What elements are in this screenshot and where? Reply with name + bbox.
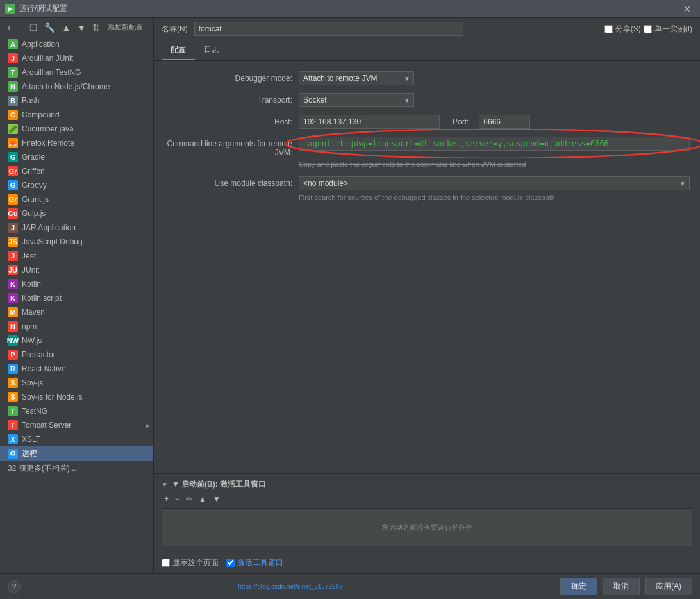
sidebar-toolbar: + − ❐ 🔧 ▲ ▼ ⇅ 添加新配置 bbox=[0, 18, 153, 37]
cmd-hint-container: Copy and paste the arguments to the comm… bbox=[299, 160, 690, 169]
testng-icon: T bbox=[8, 406, 18, 416]
sidebar-label-react-native: React Native bbox=[22, 364, 66, 373]
spy-js-node-icon: S bbox=[8, 392, 18, 402]
sidebar-item-tomcat-server[interactable]: T Tomcat Server ▶ bbox=[0, 418, 153, 432]
sidebar-item-griffon[interactable]: Gr Griffon bbox=[0, 164, 153, 178]
sidebar-item-maven[interactable]: M Maven bbox=[0, 305, 153, 319]
port-input[interactable] bbox=[479, 115, 530, 129]
tomcat-expand-arrow: ▶ bbox=[146, 422, 151, 429]
module-classpath-label: Use module classpath: bbox=[164, 179, 292, 188]
npm-icon: N bbox=[8, 321, 18, 332]
sidebar-item-gulp[interactable]: Gu Gulp.js bbox=[0, 207, 153, 221]
move-down-button[interactable]: ▼ bbox=[74, 21, 88, 34]
sidebar-label-spy-js-node: Spy-js for Node.js bbox=[22, 392, 83, 401]
sidebar-label-attach-nodejs: Attach to Node.js/Chrome bbox=[22, 82, 110, 91]
sidebar-item-jar-application[interactable]: J JAR Application bbox=[0, 221, 153, 235]
single-instance-label[interactable]: 单一实例(I) bbox=[654, 24, 692, 35]
before-launch-up-button[interactable]: ▲ bbox=[196, 494, 209, 504]
sidebar-label-kotlin-script: Kotlin script bbox=[22, 294, 62, 303]
close-button[interactable]: ✕ bbox=[679, 3, 695, 15]
cmd-args-input[interactable] bbox=[299, 137, 690, 151]
before-launch-section: ▼ ▼ 启动前(B): 激活工具窗口 + − ✏ ▲ ▼ 在启动之前没有要运行的… bbox=[154, 473, 700, 552]
module-classpath-select[interactable]: <no module> bbox=[299, 176, 690, 190]
before-launch-add-button[interactable]: + bbox=[162, 494, 171, 504]
sort-button[interactable]: ⇅ bbox=[90, 21, 103, 34]
footer-url: https://blog.csdn.net/sinat_21372989 bbox=[238, 583, 342, 590]
debugger-mode-select[interactable]: Attach to remote JVM bbox=[299, 71, 414, 85]
config-header: 名称(N) 分享(S) 单一实例(I) bbox=[154, 18, 700, 40]
apply-button[interactable]: 应用(A) bbox=[645, 578, 692, 595]
sidebar-label-js-debug: JavaScript Debug bbox=[22, 237, 83, 246]
before-launch-collapse-icon[interactable]: ▼ bbox=[162, 481, 168, 488]
share-label[interactable]: 分享(S) bbox=[615, 24, 641, 35]
module-select-wrapper: <no module> ▼ bbox=[299, 176, 690, 190]
ok-button[interactable]: 确定 bbox=[560, 578, 597, 595]
name-input[interactable] bbox=[194, 22, 463, 36]
sidebar-item-spy-js-node[interactable]: S Spy-js for Node.js bbox=[0, 390, 153, 404]
sidebar-item-kotlin[interactable]: K Kotlin bbox=[0, 277, 153, 291]
jest-icon: J bbox=[8, 251, 18, 261]
sidebar-item-attach-nodejs[interactable]: N Attach to Node.js/Chrome bbox=[0, 80, 153, 94]
window-icon: ▶ bbox=[5, 4, 15, 14]
move-up-button[interactable]: ▲ bbox=[59, 21, 73, 34]
sidebar-label-compound: Compound bbox=[22, 110, 60, 119]
sidebar-item-spy-js[interactable]: S Spy-js bbox=[0, 376, 153, 390]
sidebar-item-firefox-remote[interactable]: 🦊 Firefox Remote bbox=[0, 136, 153, 150]
sidebar-item-arquillian-testng[interactable]: T Arquillian TestNG bbox=[0, 65, 153, 80]
sidebar-item-jest[interactable]: J Jest bbox=[0, 249, 153, 263]
before-launch-remove-button[interactable]: − bbox=[172, 494, 182, 504]
sidebar-items-list: A Application J Arquillian JUnit T Arqui… bbox=[0, 37, 153, 476]
sidebar-item-protractor[interactable]: P Protractor bbox=[0, 348, 153, 362]
single-instance-checkbox[interactable] bbox=[644, 25, 652, 33]
sidebar-item-remote[interactable]: ⚙ 远程 bbox=[0, 446, 153, 461]
copy-config-button[interactable]: ❐ bbox=[27, 21, 40, 34]
sidebar-item-arquillian-junit[interactable]: J Arquillian JUnit bbox=[0, 51, 153, 65]
sidebar-label-testng: TestNG bbox=[22, 407, 47, 416]
share-checkbox[interactable] bbox=[604, 25, 613, 33]
footer-left: ? bbox=[8, 580, 21, 593]
sidebar-item-react-native[interactable]: R React Native bbox=[0, 362, 153, 376]
remove-config-button[interactable]: − bbox=[15, 21, 26, 34]
sidebar-label-arquillian-testng: Arquillian TestNG bbox=[22, 68, 81, 77]
sidebar-item-testng[interactable]: T TestNG bbox=[0, 404, 153, 418]
nwjs-icon: NW bbox=[8, 335, 18, 346]
sidebar-item-gradle[interactable]: G Gradle bbox=[0, 150, 153, 164]
before-launch-edit-button[interactable]: ✏ bbox=[183, 494, 195, 504]
settings-button[interactable]: 🔧 bbox=[42, 21, 58, 34]
cmd-label-container: Command line arguments for remote JVM: bbox=[164, 137, 292, 157]
sidebar-item-groovy[interactable]: G Groovy bbox=[0, 178, 153, 192]
sidebar-item-application[interactable]: A Application bbox=[0, 37, 153, 51]
sidebar-item-javascript-debug[interactable]: JS JavaScript Debug bbox=[0, 235, 153, 249]
sidebar-item-nwjs[interactable]: NW NW.js bbox=[0, 333, 153, 348]
sidebar-label-gulp: Gulp.js bbox=[22, 209, 46, 218]
firefox-icon: 🦊 bbox=[8, 138, 18, 148]
add-config-button[interactable]: + bbox=[4, 21, 14, 34]
sidebar-item-kotlin-script[interactable]: K Kotlin script bbox=[0, 291, 153, 305]
sidebar-item-npm[interactable]: N npm bbox=[0, 319, 153, 333]
cmd-args-inner: Command line arguments for remote JVM: J… bbox=[164, 137, 690, 157]
sidebar-item-cucumber-java[interactable]: 🥒 Cucumber java bbox=[0, 122, 153, 136]
tab-log[interactable]: 日志 bbox=[195, 40, 228, 60]
activate-window-checkbox[interactable] bbox=[226, 559, 235, 567]
show-page-label: 显示这个页面 bbox=[172, 557, 219, 568]
sidebar-item-bash[interactable]: B Bash bbox=[0, 94, 153, 108]
transport-select[interactable]: Socket bbox=[299, 93, 414, 107]
sidebar-item-more[interactable]: 32 项更多(不相关)... bbox=[0, 461, 153, 476]
sidebar-item-compound[interactable]: C Compound bbox=[0, 108, 153, 122]
tab-config[interactable]: 配置 bbox=[162, 40, 195, 60]
help-button[interactable]: ? bbox=[8, 580, 21, 593]
sidebar-item-xslt[interactable]: X XSLT bbox=[0, 432, 153, 446]
show-page-checkbox[interactable] bbox=[162, 559, 170, 567]
grunt-icon: Gr bbox=[8, 194, 18, 205]
bash-icon: B bbox=[8, 96, 18, 106]
sidebar-item-junit[interactable]: JU JUnit bbox=[0, 263, 153, 277]
tabs-bar: 配置 日志 bbox=[154, 40, 700, 61]
sidebar-label-protractor: Protractor bbox=[22, 350, 56, 359]
show-page-option[interactable]: 显示这个页面 bbox=[162, 557, 219, 568]
before-launch-down-button[interactable]: ▼ bbox=[210, 494, 223, 504]
host-input[interactable] bbox=[299, 115, 440, 129]
cancel-button[interactable]: 取消 bbox=[603, 578, 640, 595]
gradle-icon: G bbox=[8, 152, 18, 162]
activate-window-option[interactable]: 激活工具窗口 bbox=[226, 557, 283, 568]
sidebar-item-grunt[interactable]: Gr Grunt.js bbox=[0, 192, 153, 207]
